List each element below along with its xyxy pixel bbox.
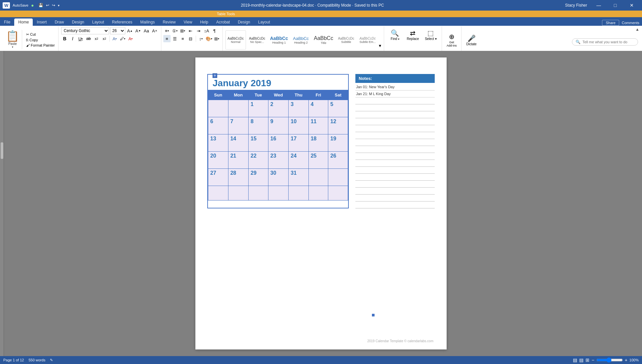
copy-button[interactable]: ⎘Copy bbox=[25, 38, 56, 42]
view-print-button[interactable]: ▤ bbox=[579, 357, 583, 363]
format-painter-button[interactable]: 🖌Format Painter bbox=[25, 43, 56, 48]
bullets-button[interactable]: ≡▾ bbox=[163, 27, 171, 34]
grow-font-button[interactable]: A▲ bbox=[126, 27, 134, 34]
zoom-out-button[interactable]: − bbox=[591, 357, 594, 363]
font-color-button[interactable]: A▾ bbox=[127, 35, 134, 42]
tab-layout[interactable]: Layout bbox=[88, 18, 108, 26]
tab-acrobat[interactable]: Acrobat bbox=[212, 18, 234, 26]
cal-cell-19: 19 bbox=[328, 134, 348, 152]
show-marks-button[interactable]: ¶ bbox=[211, 27, 218, 34]
align-center-button[interactable]: ☰ bbox=[171, 35, 179, 42]
line-spacing-button[interactable]: ↕▾ bbox=[197, 35, 205, 42]
tab-home[interactable]: Home bbox=[14, 18, 33, 26]
select-button[interactable]: ⬚ Select ▾ bbox=[422, 28, 439, 41]
style-subtitle[interactable]: AaBbCcDc Subtitle bbox=[336, 30, 356, 50]
font-size-select[interactable]: 26 bbox=[110, 27, 125, 34]
bold-button[interactable]: B bbox=[61, 35, 68, 42]
scroll-left-indicator bbox=[0, 51, 4, 356]
tab-insert[interactable]: Insert bbox=[33, 18, 51, 26]
notes-line bbox=[355, 118, 435, 125]
notes-line bbox=[355, 125, 435, 132]
share-button[interactable]: Share bbox=[602, 20, 619, 26]
tab-design[interactable]: Design bbox=[68, 18, 88, 26]
comments-button[interactable]: Comments bbox=[622, 21, 639, 25]
text-effects-button[interactable]: A▾ bbox=[111, 35, 118, 42]
justify-button[interactable]: ⊟ bbox=[187, 35, 194, 42]
tab-file[interactable]: File bbox=[0, 18, 14, 26]
highlight-button[interactable]: 🖊▾ bbox=[119, 35, 126, 42]
search-input[interactable] bbox=[582, 40, 634, 44]
tab-draw[interactable]: Draw bbox=[51, 18, 68, 26]
shrink-font-button[interactable]: A▼ bbox=[135, 27, 142, 34]
style-heading1[interactable]: AaBbCc Heading 1 bbox=[268, 30, 290, 50]
maximize-button[interactable]: □ bbox=[608, 0, 623, 11]
redo-button[interactable]: ↪ bbox=[52, 3, 55, 8]
cal-header-fri: Fri bbox=[308, 90, 328, 100]
align-right-button[interactable]: ≡ bbox=[179, 35, 186, 42]
font-family-select[interactable]: Century Gothic bbox=[61, 27, 109, 34]
change-case-button[interactable]: Aa bbox=[143, 27, 150, 34]
cal-cell-31: 31 bbox=[289, 169, 308, 186]
proofing-icon[interactable]: ✎ bbox=[50, 358, 53, 362]
collapse-ribbon-button[interactable]: ▲ bbox=[634, 27, 641, 32]
clear-formatting-button[interactable]: A✕ bbox=[151, 27, 158, 34]
sort-button[interactable]: ↕A bbox=[203, 27, 210, 34]
strikethrough-button[interactable]: ab bbox=[85, 35, 92, 42]
tab-layout2[interactable]: Layout bbox=[254, 18, 274, 26]
search-icon: 🔍 bbox=[576, 40, 581, 44]
replace-button[interactable]: ⇄ Replace bbox=[405, 28, 421, 41]
cal-header-sun: Sun bbox=[208, 90, 228, 100]
style-no-spacing[interactable]: AaBbCcDc No Spac... bbox=[247, 30, 267, 50]
style-heading2[interactable]: AaBbCc Heading 2 bbox=[291, 30, 311, 50]
tab-view[interactable]: View bbox=[180, 18, 196, 26]
tab-design2[interactable]: Design bbox=[234, 18, 254, 26]
zoom-in-button[interactable]: + bbox=[625, 357, 627, 363]
paste-button[interactable]: 📋 Paste ▾ bbox=[3, 30, 22, 50]
cal-cell-15: 15 bbox=[249, 134, 268, 152]
italic-button[interactable]: I bbox=[69, 35, 76, 42]
cal-header-mon: Mon bbox=[228, 90, 248, 100]
tab-mailings[interactable]: Mailings bbox=[136, 18, 159, 26]
tab-review[interactable]: Review bbox=[159, 18, 180, 26]
style-title[interactable]: AaBbCc Title bbox=[312, 30, 335, 50]
search-bar[interactable]: 🔍 bbox=[572, 38, 638, 46]
minimize-button[interactable]: — bbox=[591, 0, 606, 11]
scroll-handle[interactable] bbox=[1, 142, 3, 159]
borders-button[interactable]: ⊞▾ bbox=[213, 35, 221, 42]
style-subtle-em[interactable]: AaBbCcDc Subtle Em... bbox=[357, 30, 378, 50]
save-button[interactable]: 💾 bbox=[38, 3, 43, 8]
style-normal[interactable]: AaBbCcDc Normal bbox=[225, 30, 246, 50]
cal-cell-7: 7 bbox=[228, 117, 248, 134]
cal-cell-empty bbox=[308, 186, 328, 200]
superscript-button[interactable]: x2 bbox=[101, 35, 108, 42]
decrease-indent-button[interactable]: ⇤ bbox=[187, 27, 194, 34]
cal-cell-30: 30 bbox=[268, 169, 289, 186]
cal-cell-25: 25 bbox=[308, 152, 328, 169]
view-normal-button[interactable]: ▤ bbox=[573, 357, 577, 363]
align-left-button[interactable]: ≡ bbox=[163, 35, 171, 42]
cut-button[interactable]: ✂Cut bbox=[25, 32, 56, 37]
numbering-button[interactable]: ①▾ bbox=[171, 27, 179, 34]
zoom-slider[interactable] bbox=[596, 357, 623, 363]
get-addins-button[interactable]: ⊕ GetAdd-ins bbox=[445, 32, 459, 48]
close-button[interactable]: ✕ bbox=[624, 0, 639, 11]
undo-button[interactable]: ↩ bbox=[46, 3, 49, 8]
notes-line bbox=[355, 111, 435, 118]
multilevel-button[interactable]: ⊞▾ bbox=[179, 27, 186, 34]
autosave-toggle[interactable]: ● bbox=[31, 3, 34, 8]
view-web-button[interactable]: ⊞ bbox=[585, 357, 589, 363]
dictate-button[interactable]: 🎤 Dictate bbox=[464, 34, 478, 47]
increase-indent-button[interactable]: ⇥ bbox=[195, 27, 202, 34]
tab-help[interactable]: Help bbox=[196, 18, 212, 26]
table-move-handle[interactable]: ✛ bbox=[213, 73, 217, 78]
shading-button[interactable]: 🎨▾ bbox=[205, 35, 213, 42]
cal-cell-22: 22 bbox=[249, 152, 268, 169]
find-button[interactable]: 🔍 Find ▾ bbox=[387, 28, 403, 41]
underline-button[interactable]: U▾ bbox=[77, 35, 84, 42]
tab-references[interactable]: References bbox=[108, 18, 136, 26]
table-resize-handle[interactable] bbox=[372, 314, 375, 316]
cal-cell-29: 29 bbox=[249, 169, 268, 186]
styles-more-button[interactable]: ▾ bbox=[379, 30, 381, 50]
subscript-button[interactable]: x2 bbox=[93, 35, 100, 42]
cal-cell-empty bbox=[268, 186, 289, 200]
